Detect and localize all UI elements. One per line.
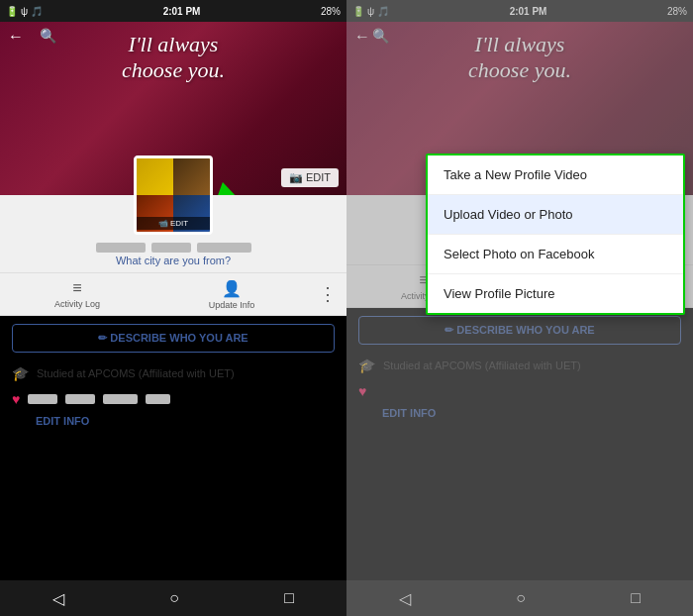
left-panel: 🔋 ψ 🎵 2:01 PM 28% ← 🔍 I'll always choose… [0,0,346,616]
heart-block-4 [146,394,170,404]
status-left-icons-right: 🔋 ψ 🎵 [352,6,389,17]
heart-block-1 [28,394,57,404]
education-item-left: 🎓 Studied at APCOMS (Affiliated with UET… [0,360,346,386]
edit-info-link-right[interactable]: EDIT INFO [346,404,693,427]
name-block-3 [197,243,251,253]
user-name-area-left [96,235,251,255]
describe-button-left[interactable]: ✏ DESCRIBE WHO YOU ARE [12,324,335,353]
right-panel: 🔋 ψ 🎵 2:01 PM 28% ← 🔍 I'll always choose… [346,0,693,616]
status-right-icons-left: 28% [321,6,341,17]
graduation-icon-right: 🎓 [358,358,375,373]
back-nav-right[interactable]: ◁ [399,589,411,608]
status-right-icons-right: 28% [667,6,687,17]
city-link-left[interactable]: What city are you from? [116,255,231,272]
dropdown-menu: Take a New Profile Video Upload Video or… [426,154,685,315]
back-nav-left[interactable]: ◁ [52,589,64,608]
battery-icon: 28% [321,6,341,17]
recents-nav-right[interactable]: □ [631,589,641,607]
heart-block-2 [65,394,95,404]
dropdown-item-3[interactable]: Select Photo on Facebook [428,235,683,274]
status-bar-right: 🔋 ψ 🎵 2:01 PM 28% [346,0,693,22]
profile-pic-wrapper-left: 📹 EDIT [134,155,213,235]
bottom-nav-right: ◁ ○ □ [346,580,693,616]
education-text-left: Studied at APCOMS (Affiliated with UET) [37,367,235,379]
wifi-icon-right: ψ [367,6,374,17]
update-info-tab-left[interactable]: 👤 Update Info [154,279,309,310]
cover-line2-right: choose you. [356,57,683,83]
cover-line1-right: I'll always [356,32,683,57]
signal-icon: 🔋 [6,6,18,17]
heart-icon-right: ♥ [358,383,366,399]
home-nav-right[interactable]: ○ [516,589,526,607]
more-options-left[interactable]: ⋮ [309,283,346,305]
cover-text-left: I'll always choose you. [0,32,346,84]
dropdown-item-2[interactable]: Upload Video or Photo [428,195,683,235]
status-bar-left: 🔋 ψ 🎵 2:01 PM 28% [0,0,346,22]
status-time-left: 2:01 PM [163,6,201,17]
bottom-nav-left: ◁ ○ □ [0,580,346,616]
profile-section-left: 📹 EDIT What city are you from? [0,195,346,272]
edit-info-link-left[interactable]: EDIT INFO [0,412,346,435]
education-item-right: 🎓 Studied at APCOMS (Affiliated with UET… [346,353,693,378]
collage-cell-1 [137,158,173,195]
collage-cell-2 [173,158,210,195]
update-info-label-left: Update Info [209,300,255,310]
dropdown-item-1[interactable]: Take a New Profile Video [428,155,683,195]
profile-picture-left: 📹 EDIT [134,155,213,235]
cover-text-right: I'll always choose you. [346,32,693,84]
home-nav-left[interactable]: ○ [169,589,179,607]
list-icon-left: ≡ [72,279,81,297]
heart-block-3 [103,394,138,404]
edit-video-button-left[interactable]: 📹 EDIT [137,217,210,230]
education-text-right: Studied at APCOMS (Affiliated with UET) [383,359,581,371]
bluetooth-icon: 🎵 [31,6,43,17]
name-block-1 [96,243,146,253]
recents-nav-left[interactable]: □ [284,589,294,607]
describe-button-right[interactable]: ✏ DESCRIBE WHO YOU ARE [358,316,681,345]
activity-log-label-left: Activity Log [54,299,100,309]
cover-line2-left: choose you. [10,57,337,83]
tab-bar-left: ≡ Activity Log 👤 Update Info ⋮ [0,272,346,316]
signal-icon-right: 🔋 [352,6,364,17]
bluetooth-icon-right: 🎵 [377,6,389,17]
wifi-icon: ψ [21,6,28,17]
activity-log-tab-left[interactable]: ≡ Activity Log [0,279,154,309]
heart-item-right: ♥ [346,378,693,404]
name-block-2 [151,243,191,253]
heart-item-left: ♥ [0,386,346,412]
edit-cover-button-left[interactable]: 📷 EDIT [281,168,339,187]
cover-line1-left: I'll always [10,32,337,57]
status-time-right: 2:01 PM [510,6,547,17]
heart-icon-left: ♥ [12,391,20,407]
battery-icon-right: 28% [667,6,687,17]
green-arrow: ▶ [211,171,255,195]
dropdown-item-4[interactable]: View Profile Picture [428,274,683,313]
status-left-icons: 🔋 ψ 🎵 [6,6,43,17]
person-icon-left: 👤 [222,279,242,298]
graduation-icon-left: 🎓 [12,365,29,381]
